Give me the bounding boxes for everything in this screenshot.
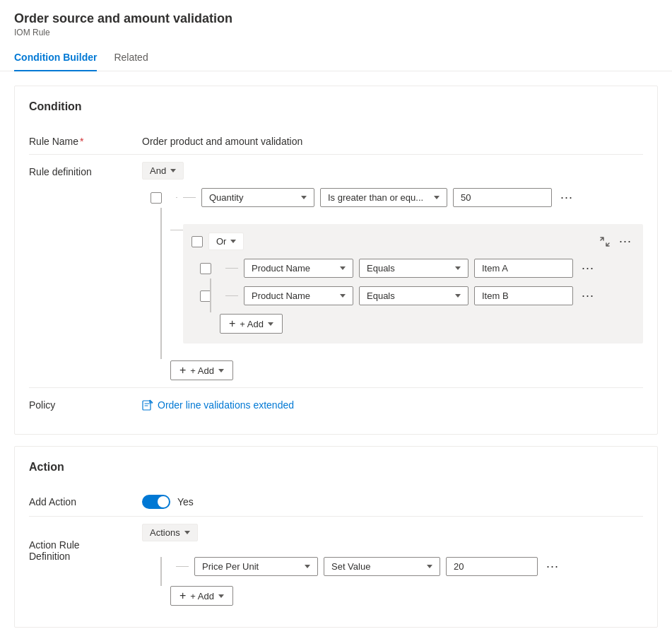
and-chevron-icon [170,169,176,172]
condition-section-title: Condition [29,100,643,113]
item-a-more-button[interactable]: ··· [579,259,597,277]
product-name-2-chevron [340,294,346,298]
rule-name-row: Rule Name* Order product and amount vali… [29,124,643,155]
rule-definition-row: Rule definition And [29,155,643,388]
quantity-checkbox[interactable] [151,192,162,204]
product-name-2-row: Product Name Equals Item B ·· [200,286,635,305]
price-per-unit-row: Price Per Unit Set Value 20 ··· [151,557,643,576]
equals-2-chevron [455,294,461,298]
action-rule-label: Action Rule Definition [29,524,142,562]
actions-chevron-icon [184,531,190,534]
h-connector-or [170,230,183,230]
quantity-value-field[interactable]: 50 [453,188,552,207]
outer-condition-tree: Quantity Is greater than or equ... 50 ··… [151,188,643,380]
or-group-more-button[interactable]: ··· [616,233,635,250]
toggle-container: Yes [142,495,643,509]
h-connector-p1 [225,268,238,269]
set-value-chevron [427,565,432,568]
h-connector-action [176,566,189,567]
tab-condition-builder[interactable]: Condition Builder [14,45,97,71]
equals-2-dropdown[interactable]: Equals [359,286,468,305]
or-group-container: Or [170,216,643,344]
action-tree: Price Per Unit Set Value 20 ··· [151,557,643,606]
product-name-1-row: Product Name Equals Item A ·· [200,259,635,278]
tree-connector-v [160,208,162,359]
h-connector-p2 [225,295,238,296]
and-operator-button[interactable]: And [142,162,184,180]
set-value-dropdown[interactable]: Set Value [324,557,440,576]
or-group-action-buttons: ··· [599,233,635,250]
action-add-button[interactable]: + + Add [170,586,233,606]
policy-link-icon [142,399,153,411]
action-rule-row: Action Rule Definition Actions [29,517,643,613]
or-group-checkbox[interactable] [191,236,203,247]
rule-name-value: Order product and amount validation [142,131,643,147]
quantity-field-chevron [301,196,307,199]
price-per-unit-chevron [305,565,310,568]
quantity-more-button[interactable]: ··· [558,189,576,206]
item-b-more-button[interactable]: ··· [579,287,597,305]
item-a-field[interactable]: Item A [474,259,573,278]
action-value-field[interactable]: 20 [446,557,538,576]
page-subtitle: IOM Rule [14,28,658,37]
equals-1-chevron [455,266,461,270]
policy-link[interactable]: Order line validations extended [142,399,294,411]
product-1-checkbox[interactable] [200,263,211,274]
inner-condition-tree: Product Name Equals Item A ·· [200,259,635,334]
outer-add-button[interactable]: + + Add [170,360,233,380]
action-more-button[interactable]: ··· [543,558,562,575]
inner-add-button[interactable]: + + Add [220,314,283,334]
policy-label: Policy [29,395,142,411]
or-group: Or [183,224,643,344]
product-name-1-dropdown[interactable]: Product Name [244,259,353,278]
outer-add-chevron [218,369,224,372]
condition-card: Condition Rule Name* Order product and a… [14,86,658,435]
action-add-chevron [218,594,224,598]
page-title: Order source and amount validation [14,11,658,26]
add-action-toggle[interactable] [142,495,170,509]
toggle-knob [158,496,169,507]
inner-tree-connector-v [210,278,211,312]
rule-definition-label: Rule definition [29,162,142,177]
inner-add-chevron [268,322,273,326]
quantity-condition-row: Quantity Is greater than or equ... 50 ··… [151,188,643,207]
or-group-left: Or [191,233,244,250]
action-section-title: Action [29,461,643,474]
tabs: Condition Builder Related [0,45,672,71]
rule-name-label: Rule Name* [29,131,142,147]
item-b-field[interactable]: Item B [474,286,573,305]
product-name-1-chevron [340,266,346,270]
main-content: Condition Rule Name* Order product and a… [0,71,672,634]
tab-related[interactable]: Related [114,45,148,71]
collapse-icon[interactable] [599,236,611,247]
actions-operator-button[interactable]: Actions [142,524,198,541]
product-name-2-dropdown[interactable]: Product Name [244,286,353,305]
price-per-unit-dropdown[interactable]: Price Per Unit [194,557,318,576]
page-header: Order source and amount validation IOM R… [0,0,672,37]
or-operator-button[interactable]: Or [208,233,244,250]
quantity-field-dropdown[interactable]: Quantity [201,188,314,207]
or-chevron-icon [230,240,236,243]
equals-1-dropdown[interactable]: Equals [359,259,468,278]
h-connector-quantity [183,197,196,198]
quantity-operator-chevron [434,196,440,199]
quantity-operator-dropdown[interactable]: Is greater than or equ... [320,188,447,207]
add-action-row: Add Action Yes [29,485,643,517]
policy-row: Policy Order line validations extended [29,388,643,420]
add-action-label: Add Action [29,492,142,507]
action-card: Action Add Action Yes Action Rule Defini… [14,446,658,628]
or-group-header: Or [191,233,635,250]
action-tree-v [160,557,162,586]
toggle-yes-label: Yes [177,496,194,507]
